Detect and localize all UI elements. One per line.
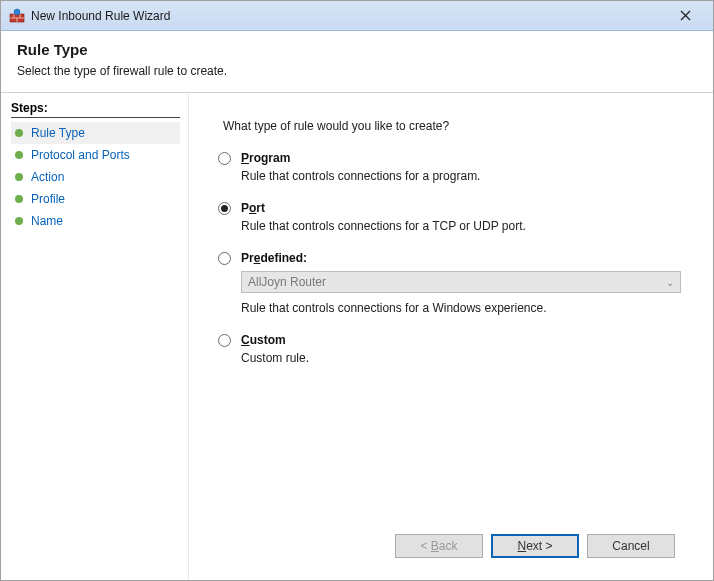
- content-pane: What type of rule would you like to crea…: [189, 93, 713, 580]
- back-lt: <: [420, 539, 427, 553]
- page-title: Rule Type: [17, 41, 697, 58]
- step-rule-type[interactable]: Rule Type: [11, 122, 180, 144]
- titlebar: New Inbound Rule Wizard: [1, 1, 713, 31]
- firewall-icon: [9, 8, 25, 24]
- step-bullet-icon: [15, 173, 23, 181]
- step-label: Rule Type: [31, 126, 85, 140]
- radio-program[interactable]: [218, 152, 231, 165]
- step-bullet-icon: [15, 151, 23, 159]
- radio-custom[interactable]: [218, 334, 231, 347]
- option-desc: Custom rule.: [241, 351, 689, 365]
- rule-type-options: Program Rule that controls connections f…: [213, 151, 689, 365]
- radio-predefined[interactable]: [218, 252, 231, 265]
- next-button[interactable]: Next >: [491, 534, 579, 558]
- footer-buttons: < Back Next > Cancel: [213, 524, 689, 572]
- option-title: Port: [241, 201, 689, 215]
- predefined-selected-value: AllJoyn Router: [248, 275, 326, 289]
- close-button[interactable]: [665, 6, 705, 26]
- step-bullet-icon: [15, 129, 23, 137]
- option-title: Predefined:: [241, 251, 689, 265]
- step-label: Profile: [31, 192, 65, 206]
- predefined-select: AllJoyn Router ⌄: [241, 271, 681, 293]
- option-title: Custom: [241, 333, 689, 347]
- option-desc: Rule that controls connections for a Win…: [241, 301, 689, 315]
- next-gt: >: [546, 539, 553, 553]
- option-predefined[interactable]: Predefined: AllJoyn Router ⌄ Rule that c…: [213, 251, 689, 315]
- option-desc: Rule that controls connections for a TCP…: [241, 219, 689, 233]
- cancel-button[interactable]: Cancel: [587, 534, 675, 558]
- wizard-window: New Inbound Rule Wizard Rule Type Select…: [0, 0, 714, 581]
- step-label: Protocol and Ports: [31, 148, 130, 162]
- header: Rule Type Select the type of firewall ru…: [1, 31, 713, 93]
- option-port[interactable]: Port Rule that controls connections for …: [213, 201, 689, 233]
- back-button: < Back: [395, 534, 483, 558]
- step-label: Name: [31, 214, 63, 228]
- close-icon: [680, 10, 691, 21]
- radio-port[interactable]: [218, 202, 231, 215]
- body: Steps: Rule Type Protocol and Ports Acti…: [1, 93, 713, 580]
- step-name[interactable]: Name: [11, 210, 180, 232]
- option-program[interactable]: Program Rule that controls connections f…: [213, 151, 689, 183]
- option-desc: Rule that controls connections for a pro…: [241, 169, 689, 183]
- prompt-text: What type of rule would you like to crea…: [223, 119, 689, 133]
- option-custom[interactable]: Custom Custom rule.: [213, 333, 689, 365]
- step-bullet-icon: [15, 217, 23, 225]
- step-protocol-ports[interactable]: Protocol and Ports: [11, 144, 180, 166]
- step-profile[interactable]: Profile: [11, 188, 180, 210]
- window-title: New Inbound Rule Wizard: [31, 9, 665, 23]
- chevron-down-icon: ⌄: [666, 277, 674, 288]
- option-title: Program: [241, 151, 689, 165]
- steps-list: Rule Type Protocol and Ports Action Prof…: [11, 122, 180, 232]
- page-subtitle: Select the type of firewall rule to crea…: [17, 64, 697, 78]
- steps-heading: Steps:: [11, 101, 180, 118]
- steps-sidebar: Steps: Rule Type Protocol and Ports Acti…: [1, 93, 189, 580]
- step-label: Action: [31, 170, 64, 184]
- step-bullet-icon: [15, 195, 23, 203]
- step-action[interactable]: Action: [11, 166, 180, 188]
